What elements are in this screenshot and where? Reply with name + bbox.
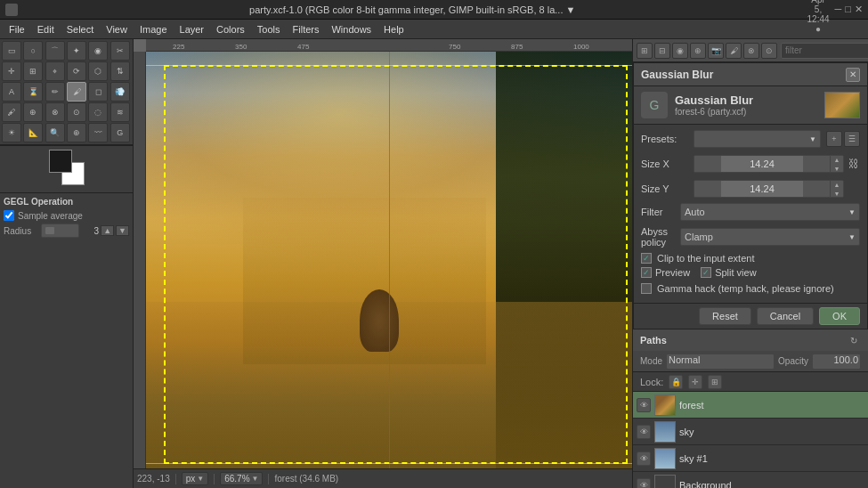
filter-icon-4[interactable]: ⊕: [690, 43, 706, 59]
filter-icon-2[interactable]: ⊟: [654, 43, 670, 59]
mode-select[interactable]: Normal: [666, 354, 775, 370]
sample-average-checkbox[interactable]: [4, 210, 14, 221]
layer-eye-sky[interactable]: 👁: [637, 425, 651, 439]
tool-flip[interactable]: ⇅: [110, 61, 130, 81]
lock-position-button[interactable]: ✛: [688, 375, 702, 389]
chain-link[interactable]: ⛓: [848, 153, 860, 175]
tool-airbrush[interactable]: 💨: [110, 82, 130, 102]
tool-transform[interactable]: ⟳: [67, 61, 86, 81]
filter-icon-3[interactable]: ◉: [672, 43, 688, 59]
menu-image[interactable]: Image: [134, 22, 173, 37]
presets-add-button[interactable]: +: [826, 131, 842, 147]
size-y-decrement[interactable]: ▼: [831, 189, 843, 198]
tool-ink[interactable]: 🖋: [2, 102, 21, 122]
tool-clone[interactable]: ⊕: [23, 102, 43, 122]
tool-dodge-burn[interactable]: ☀: [2, 123, 21, 142]
size-y-increment[interactable]: ▲: [831, 180, 843, 189]
menu-file[interactable]: File: [4, 22, 30, 37]
tool-heal[interactable]: ⊗: [45, 102, 65, 122]
presets-menu-button[interactable]: ☰: [844, 131, 860, 147]
menu-view[interactable]: View: [101, 22, 133, 37]
tool-text[interactable]: A: [2, 82, 21, 102]
canvas-area[interactable]: 225 350 475 750 875 1000: [134, 39, 632, 488]
image-canvas[interactable]: [146, 52, 632, 468]
tool-free-select[interactable]: ⌒: [45, 41, 65, 61]
layer-item-sky1[interactable]: 👁 sky #1: [633, 445, 868, 472]
tool-fuzzy-select[interactable]: ✦: [67, 41, 86, 61]
tool-move[interactable]: ✛: [2, 61, 21, 81]
tool-eraser[interactable]: ◻: [88, 82, 108, 102]
coords-display: 223, -13: [137, 474, 170, 484]
cancel-button[interactable]: Cancel: [757, 307, 814, 325]
menu-select[interactable]: Select: [61, 22, 100, 37]
maximize-button[interactable]: □: [845, 4, 851, 15]
unit-dropdown[interactable]: px ▼: [182, 472, 208, 485]
tool-rectangle-select[interactable]: ▭: [2, 41, 21, 61]
radius-increment[interactable]: ▲: [101, 225, 114, 236]
tool-select-by-color[interactable]: ◉: [88, 41, 108, 61]
ok-button[interactable]: OK: [819, 307, 860, 325]
filter-icon-8[interactable]: ⊙: [761, 43, 777, 59]
minimize-button[interactable]: ─: [835, 4, 842, 15]
zoom-dropdown[interactable]: 66.7% ▼: [220, 472, 263, 485]
radius-decrement[interactable]: ▼: [116, 225, 129, 236]
tool-crop[interactable]: ⌖: [45, 61, 65, 81]
opacity-input[interactable]: 100.0: [812, 354, 861, 370]
layer-eye-forest[interactable]: 👁: [637, 398, 651, 412]
layer-item-background[interactable]: 👁 Background: [633, 472, 868, 488]
layer-eye-sky1[interactable]: 👁: [637, 451, 651, 466]
tool-align[interactable]: ⊞: [23, 61, 43, 81]
menu-windows[interactable]: Windows: [326, 22, 377, 37]
lock-alpha-button[interactable]: ⊞: [708, 375, 722, 389]
lock-pixels-button[interactable]: 🔒: [669, 375, 683, 389]
abyss-select[interactable]: Clamp ▼: [680, 228, 860, 246]
gamma-checkbox[interactable]: [641, 283, 652, 294]
menu-layer[interactable]: Layer: [174, 22, 210, 37]
menu-edit[interactable]: Edit: [32, 22, 60, 37]
tool-path[interactable]: ⌛: [23, 82, 43, 102]
reset-button[interactable]: Reset: [699, 307, 751, 325]
foreground-color-swatch[interactable]: [49, 150, 72, 173]
tool-perspective-clone[interactable]: ⊙: [67, 102, 86, 122]
radius-slider[interactable]: [41, 224, 79, 238]
tool-pencil[interactable]: ✏: [45, 82, 65, 102]
tool-measure[interactable]: 📐: [23, 123, 43, 142]
layer-eye-background[interactable]: 👁: [637, 478, 651, 489]
size-x-input-inner[interactable]: 14.24: [694, 155, 830, 173]
filter-icon-5[interactable]: 📷: [708, 43, 724, 59]
tool-ellipse-select[interactable]: ○: [23, 41, 43, 61]
menu-tools[interactable]: Tools: [252, 22, 286, 37]
menu-filters[interactable]: Filters: [288, 22, 325, 37]
layer-item-sky[interactable]: 👁 sky: [633, 419, 868, 445]
close-button[interactable]: ✕: [855, 4, 863, 15]
tool-color-picker[interactable]: 🔍: [45, 123, 65, 142]
filter-icon-1[interactable]: ⊞: [637, 43, 653, 59]
size-y-input-inner[interactable]: 14.24: [694, 180, 830, 198]
tool-blur[interactable]: ◌: [88, 102, 108, 122]
filter-select[interactable]: Auto ▼: [680, 203, 860, 221]
tool-perspective[interactable]: ⬡: [88, 61, 108, 81]
tool-warp[interactable]: 〰: [88, 123, 108, 142]
menu-colors[interactable]: Colors: [211, 22, 250, 37]
paths-panel-header: Paths ↻: [633, 329, 868, 351]
filter-input[interactable]: [781, 43, 868, 59]
filter-icon-6[interactable]: 🖌: [726, 43, 742, 59]
gaussian-close-button[interactable]: ✕: [846, 68, 860, 82]
tool-scissors-select[interactable]: ✂: [110, 41, 130, 61]
menu-help[interactable]: Help: [378, 22, 410, 37]
split-checkbox[interactable]: [701, 267, 711, 278]
layer-item-forest[interactable]: 👁 forest: [633, 392, 868, 419]
foreground-background-colors[interactable]: [49, 150, 85, 185]
size-x-increment[interactable]: ▲: [831, 155, 843, 164]
presets-dropdown[interactable]: ▼: [694, 130, 821, 148]
paths-refresh-button[interactable]: ↻: [847, 333, 861, 347]
tool-paintbrush[interactable]: 🖌: [67, 82, 86, 102]
tool-smudge[interactable]: ≋: [110, 102, 130, 122]
filter-icon-7[interactable]: ⊗: [743, 43, 759, 59]
tool-zoom[interactable]: ⊕: [67, 123, 86, 142]
tool-gegl[interactable]: G: [110, 123, 130, 142]
size-x-decrement[interactable]: ▼: [831, 164, 843, 173]
preview-checkbox[interactable]: [641, 267, 652, 278]
ruler-mark-1000: 1000: [573, 43, 589, 51]
clip-checkbox[interactable]: [641, 253, 652, 264]
